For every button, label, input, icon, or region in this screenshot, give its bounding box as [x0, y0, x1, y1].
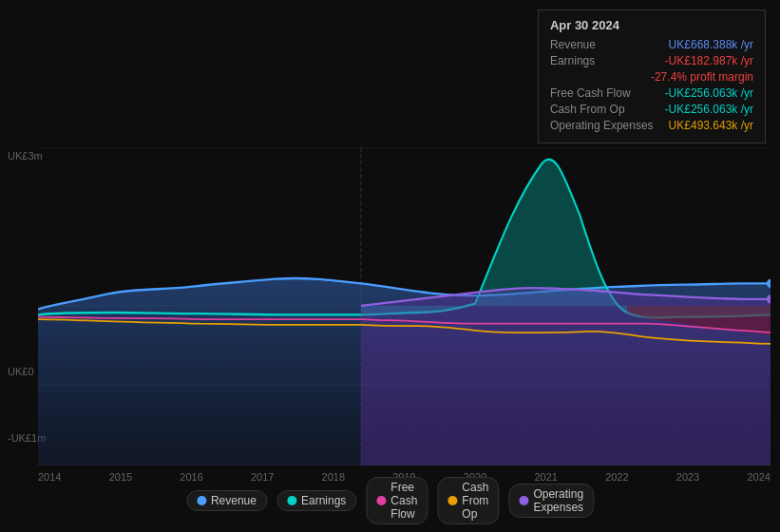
x-label-2015: 2015: [109, 471, 132, 483]
tooltip-row-earnings: Earnings -UK£182.987k /yr: [550, 54, 753, 67]
x-label-2023: 2023: [676, 471, 699, 483]
legend-dot-cashfromop: [447, 496, 457, 505]
tooltip-value-opex: UK£493.643k /yr: [669, 119, 753, 132]
tooltip-row-cashfromop: Cash From Op -UK£256.063k /yr: [550, 103, 753, 116]
legend-label-opex: Operating Expenses: [533, 487, 583, 514]
legend-dot-earnings: [287, 496, 296, 505]
tooltip-value-earnings: -UK£182.987k /yr: [665, 54, 753, 67]
tooltip-row-opex: Operating Expenses UK£493.643k /yr: [550, 119, 753, 132]
x-label-2024: 2024: [747, 471, 770, 483]
legend-item-cashfromop[interactable]: Cash From Op: [437, 477, 499, 524]
legend-dot-revenue: [197, 496, 206, 505]
legend-item-fcf[interactable]: Free Cash Flow: [366, 477, 428, 524]
chart-area: [38, 147, 770, 466]
legend-item-revenue[interactable]: Revenue: [186, 490, 267, 511]
tooltip-value-fcf: -UK£256.063k /yr: [665, 86, 753, 100]
legend-dot-opex: [519, 496, 528, 505]
tooltip-row-fcf: Free Cash Flow -UK£256.063k /yr: [550, 86, 753, 100]
tooltip-label-cashfromop: Cash From Op: [550, 103, 625, 116]
tooltip-value-profit-margin: -27.4% profit margin: [651, 70, 753, 84]
tooltip-row-revenue: Revenue UK£668.388k /yr: [550, 38, 753, 51]
x-label-2014: 2014: [38, 471, 61, 483]
legend-item-earnings[interactable]: Earnings: [276, 490, 356, 511]
legend-label-earnings: Earnings: [301, 494, 346, 507]
legend-label-cashfromop: Cash From Op: [462, 481, 488, 521]
tooltip-value-revenue: UK£668.388k /yr: [669, 38, 753, 51]
tooltip-label-opex: Operating Expenses: [550, 119, 654, 132]
legend: Revenue Earnings Free Cash Flow Cash Fro…: [186, 477, 594, 524]
legend-dot-fcf: [376, 496, 386, 505]
legend-label-revenue: Revenue: [211, 494, 257, 507]
chart-svg: [38, 147, 770, 466]
tooltip-label-revenue: Revenue: [550, 38, 596, 51]
tooltip-label-fcf: Free Cash Flow: [550, 86, 631, 100]
chart-container: Apr 30 2024 Revenue UK£668.388k /yr Earn…: [0, 0, 780, 532]
tooltip-label-earnings: Earnings: [550, 54, 595, 67]
tooltip-title: Apr 30 2024: [550, 18, 753, 32]
tooltip-value-cashfromop: -UK£256.063k /yr: [665, 103, 753, 116]
y-label-mid: UK£0: [8, 366, 34, 377]
tooltip-row-profit-margin: -27.4% profit margin: [550, 70, 753, 84]
x-label-2022: 2022: [605, 471, 628, 483]
legend-item-opex[interactable]: Operating Expenses: [508, 484, 594, 518]
legend-label-fcf: Free Cash Flow: [390, 481, 417, 521]
tooltip: Apr 30 2024 Revenue UK£668.388k /yr Earn…: [538, 10, 766, 143]
